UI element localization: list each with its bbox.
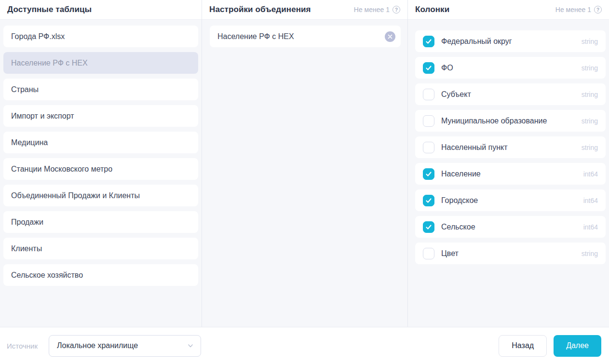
column-checkbox[interactable]: [423, 89, 434, 100]
column-checkbox[interactable]: [423, 221, 434, 233]
column-row[interactable]: Населенный пункт string: [415, 136, 606, 158]
column-row[interactable]: Федеральный округ string: [415, 30, 606, 52]
table-item-label: Медицина: [11, 138, 48, 147]
remove-table-button[interactable]: [385, 31, 395, 42]
back-button[interactable]: Назад: [499, 335, 547, 357]
column-type: string: [582, 64, 598, 72]
join-item-label: Население РФ с НЕХ: [217, 32, 294, 41]
table-item-label: Население РФ с НЕХ: [11, 59, 88, 67]
min-required-badge: Не менее 1 ?: [555, 6, 602, 13]
source-label: Источник: [7, 342, 38, 350]
column-label: Федеральный округ: [441, 37, 575, 46]
question-circle-icon[interactable]: ?: [594, 6, 602, 13]
question-circle-icon[interactable]: ?: [392, 6, 400, 13]
panel-columns: Колонки Не менее 1 ? Федеральный округ s…: [407, 0, 609, 327]
column-type: int64: [583, 223, 598, 231]
panel-title: Колонки: [415, 5, 449, 14]
column-checkbox[interactable]: [423, 168, 434, 180]
chevron-down-icon: [187, 342, 194, 349]
column-row[interactable]: ФО string: [415, 57, 606, 79]
table-item[interactable]: Страны: [3, 79, 198, 100]
column-row[interactable]: Цвет string: [415, 243, 606, 264]
available-tables-list: Города РФ.xlsx Население РФ с НЕХ Страны…: [0, 20, 202, 327]
column-row[interactable]: Сельское int64: [415, 216, 606, 238]
column-checkbox[interactable]: [423, 115, 434, 127]
table-item-label: Страны: [11, 85, 39, 94]
column-checkbox[interactable]: [423, 142, 434, 153]
next-button[interactable]: Далее: [554, 335, 601, 357]
column-row[interactable]: Городское int64: [415, 189, 606, 211]
column-row[interactable]: Субъект string: [415, 83, 606, 105]
min-required-badge: Не менее 1 ?: [354, 6, 400, 13]
checkmark-icon: [425, 38, 432, 45]
checkmark-icon: [425, 171, 432, 177]
column-row[interactable]: Население int64: [415, 163, 606, 185]
table-item[interactable]: Медицина: [3, 132, 198, 153]
checkmark-icon: [425, 65, 432, 71]
panel-title: Настройки объединения: [209, 5, 311, 14]
table-item-label: Импорт и экспорт: [11, 112, 74, 121]
table-item[interactable]: Станции Московского метро: [3, 158, 198, 180]
table-item-label: Станции Московского метро: [11, 165, 112, 174]
table-item[interactable]: Продажи: [3, 211, 198, 233]
column-label: Городское: [441, 196, 577, 205]
column-label: Населенный пункт: [441, 143, 575, 152]
column-label: Субъект: [441, 90, 575, 99]
column-checkbox[interactable]: [423, 36, 434, 47]
table-item[interactable]: Объединенный Продажи и Клиенты: [3, 185, 198, 206]
table-item[interactable]: Клиенты: [3, 238, 198, 259]
panel-title: Доступные таблицы: [7, 5, 92, 14]
column-type: int64: [583, 170, 598, 178]
column-type: string: [582, 144, 598, 151]
table-item-label: Продажи: [11, 218, 43, 227]
min-required-label: Не менее 1: [555, 6, 591, 13]
table-item[interactable]: Импорт и экспорт: [3, 105, 198, 127]
column-type: string: [582, 250, 598, 257]
join-item: Население РФ с НЕХ: [210, 26, 401, 47]
column-type: string: [582, 38, 598, 45]
min-required-label: Не менее 1: [354, 6, 390, 13]
columns-header: Колонки Не менее 1 ?: [408, 0, 609, 20]
column-label: ФО: [441, 64, 575, 72]
column-label: Сельское: [441, 223, 577, 231]
column-row[interactable]: Муниципальное образование string: [415, 110, 606, 132]
source-dropdown[interactable]: Локальное хранилище: [49, 335, 201, 357]
join-settings-header: Настройки объединения Не менее 1 ?: [202, 0, 407, 20]
column-type: int64: [583, 197, 598, 204]
panel-join-settings: Настройки объединения Не менее 1 ? Насел…: [202, 0, 407, 327]
panel-available-tables: Доступные таблицы Города РФ.xlsx Населен…: [0, 0, 202, 327]
column-type: string: [582, 91, 598, 98]
checkmark-icon: [425, 224, 432, 230]
source-dropdown-value: Локальное хранилище: [57, 341, 138, 350]
columns-list: Федеральный округ string ФО string Субъе…: [408, 20, 609, 327]
checkmark-icon: [425, 197, 432, 204]
available-tables-header: Доступные таблицы: [0, 0, 202, 20]
footer-bar: Источник Локальное хранилище Назад Далее: [0, 327, 609, 364]
table-item-label: Сельское хозяйство: [11, 271, 83, 280]
table-item[interactable]: Города РФ.xlsx: [3, 26, 198, 47]
table-item-label: Города РФ.xlsx: [11, 32, 65, 41]
column-checkbox[interactable]: [423, 248, 434, 259]
column-label: Население: [441, 170, 577, 178]
table-item-label: Клиенты: [11, 244, 42, 253]
column-checkbox[interactable]: [423, 195, 434, 206]
join-settings-list: Население РФ с НЕХ: [202, 20, 407, 327]
join-wizard: Доступные таблицы Города РФ.xlsx Населен…: [0, 0, 609, 364]
close-icon: [388, 34, 392, 39]
column-type: string: [582, 117, 598, 125]
column-label: Цвет: [441, 249, 575, 258]
panels-row: Доступные таблицы Города РФ.xlsx Населен…: [0, 0, 609, 327]
table-item-label: Объединенный Продажи и Клиенты: [11, 191, 140, 200]
column-checkbox[interactable]: [423, 62, 434, 74]
table-item[interactable]: Сельское хозяйство: [3, 264, 198, 286]
column-label: Муниципальное образование: [441, 117, 575, 125]
table-item[interactable]: Население РФ с НЕХ: [3, 52, 198, 74]
